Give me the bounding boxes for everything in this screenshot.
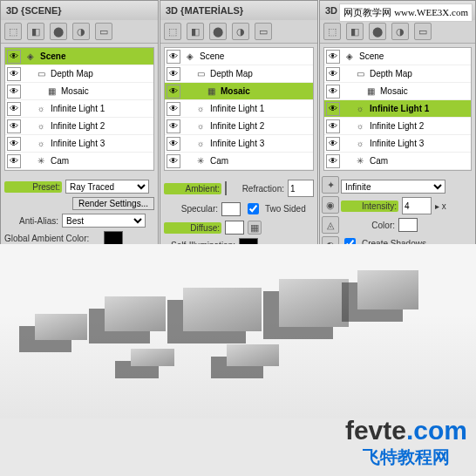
tree-row[interactable]: 👁✳Cam xyxy=(165,153,313,170)
intensity-slider-icon[interactable]: ▸ x xyxy=(435,201,446,211)
filter-icon[interactable]: ⬚ xyxy=(164,23,181,40)
filter-icon[interactable]: ⬚ xyxy=(4,23,22,40)
item-label: Cam xyxy=(51,156,69,166)
tree-row[interactable]: 👁☼Infinite Light 3 xyxy=(5,135,153,153)
twosided-label: Two Sided xyxy=(265,204,306,214)
visibility-icon[interactable]: 👁 xyxy=(326,85,340,99)
visibility-icon[interactable]: 👁 xyxy=(326,67,340,81)
mesh-icon[interactable]: ◧ xyxy=(27,23,44,40)
mesh-icon[interactable]: ◧ xyxy=(187,23,204,40)
tree-row[interactable]: 👁▭Depth Map xyxy=(165,65,313,83)
point-light-icon[interactable]: ◉ xyxy=(322,196,339,214)
visibility-icon[interactable]: 👁 xyxy=(167,50,180,64)
item-icon: ☼ xyxy=(354,103,366,115)
camera-icon[interactable]: ▭ xyxy=(95,23,112,40)
item-label: Depth Map xyxy=(370,69,412,78)
tree-row[interactable]: 👁✳Cam xyxy=(5,153,153,170)
intensity-label: Intensity: xyxy=(341,201,398,212)
gac-swatch[interactable] xyxy=(104,231,123,245)
material-icon[interactable]: ⬤ xyxy=(369,23,386,40)
tree-row[interactable]: 👁◈Scene xyxy=(5,48,153,65)
tree-row[interactable]: 👁☼Infinite Light 2 xyxy=(324,118,471,135)
material-icon[interactable]: ⬤ xyxy=(50,23,67,40)
materials-title: 3D {MATERİALS} xyxy=(160,1,317,20)
ambient-swatch[interactable] xyxy=(225,181,227,195)
tree-row[interactable]: 👁☼Infinite Light 1 xyxy=(165,100,313,118)
render-settings-button[interactable]: Render Settings... xyxy=(72,197,154,210)
diffuse-map-icon[interactable]: ▦ xyxy=(248,221,262,235)
visibility-icon[interactable]: 👁 xyxy=(7,85,21,99)
visibility-icon[interactable]: 👁 xyxy=(7,137,21,151)
camera-icon[interactable]: ▭ xyxy=(255,23,272,40)
scene-toolbar: ⬚ ◧ ⬤ ◑ ▭ xyxy=(1,20,158,44)
render-viewport xyxy=(0,244,476,418)
visibility-icon[interactable]: 👁 xyxy=(167,119,180,133)
item-icon: ☼ xyxy=(35,103,47,115)
light-icon[interactable]: ◑ xyxy=(72,23,90,40)
refraction-input[interactable] xyxy=(288,180,314,197)
tree-row[interactable]: 👁▭Depth Map xyxy=(5,65,153,83)
visibility-icon[interactable]: 👁 xyxy=(7,67,21,81)
tree-row[interactable]: 👁☼Infinite Light 3 xyxy=(324,135,471,153)
visibility-icon[interactable]: 👁 xyxy=(167,102,180,116)
light-color-swatch[interactable] xyxy=(398,218,418,232)
item-icon: ◈ xyxy=(24,51,37,63)
tree-row[interactable]: 👁☼Infinite Light 1 xyxy=(5,100,153,118)
materials-toolbar: ⬚ ◧ ⬤ ◑ ▭ xyxy=(160,20,317,44)
visibility-icon[interactable]: 👁 xyxy=(326,154,340,168)
specular-swatch[interactable] xyxy=(221,202,241,216)
item-icon: ☼ xyxy=(194,138,207,150)
twosided-checkbox[interactable] xyxy=(248,203,259,214)
item-icon: ◈ xyxy=(184,51,196,63)
item-icon: ☼ xyxy=(194,103,207,115)
preset-select[interactable]: Ray Traced xyxy=(65,180,149,194)
antialias-select[interactable]: Best xyxy=(62,214,146,228)
tree-row[interactable]: 👁◈Scene xyxy=(324,48,471,65)
item-label: Scene xyxy=(40,51,65,61)
diffuse-swatch[interactable] xyxy=(225,221,244,235)
item-label: Infinite Light 1 xyxy=(210,104,264,113)
visibility-icon[interactable]: 👁 xyxy=(7,119,21,133)
tree-row[interactable]: 👁▦Mosaic xyxy=(5,83,153,100)
visibility-icon[interactable]: 👁 xyxy=(326,119,340,133)
lights-tree: 👁◈Scene👁▭Depth Map👁▦Mosaic👁☼Infinite Lig… xyxy=(323,47,472,171)
mesh-icon[interactable]: ◧ xyxy=(346,23,364,40)
tree-row[interactable]: 👁◈Scene xyxy=(165,48,313,65)
intensity-input[interactable] xyxy=(402,197,432,214)
tree-row[interactable]: 👁▭Depth Map xyxy=(324,65,471,83)
light-icon[interactable]: ◑ xyxy=(391,23,409,40)
tree-row[interactable]: 👁▦Mosaic xyxy=(165,83,313,100)
light-type-select[interactable]: Infinite xyxy=(341,180,445,194)
spot-light-icon[interactable]: ◬ xyxy=(322,216,339,234)
light-icon[interactable]: ◑ xyxy=(232,23,249,40)
tree-row[interactable]: 👁☼Infinite Light 2 xyxy=(165,118,313,135)
visibility-icon[interactable]: 👁 xyxy=(7,102,21,116)
camera-icon[interactable]: ▭ xyxy=(414,23,432,40)
filter-icon[interactable]: ⬚ xyxy=(323,23,341,40)
visibility-icon[interactable]: 👁 xyxy=(326,102,340,116)
item-label: Mosaic xyxy=(221,86,250,96)
visibility-icon[interactable]: 👁 xyxy=(326,50,340,64)
visibility-icon[interactable]: 👁 xyxy=(7,154,21,168)
light-tool-sidebar: ✦ ◉ ◬ ◐ xyxy=(322,176,339,254)
visibility-icon[interactable]: 👁 xyxy=(326,137,340,151)
tree-row[interactable]: 👁☼Infinite Light 1 xyxy=(324,100,471,118)
material-icon[interactable]: ⬤ xyxy=(209,23,227,40)
item-label: Scene xyxy=(359,51,384,61)
item-icon: ▭ xyxy=(194,68,207,80)
visibility-icon[interactable]: 👁 xyxy=(7,50,21,64)
new-light-icon[interactable]: ✦ xyxy=(322,176,339,194)
visibility-icon[interactable]: 👁 xyxy=(167,154,180,168)
item-icon: ◈ xyxy=(343,51,356,63)
tree-row[interactable]: 👁☼Infinite Light 3 xyxy=(165,135,313,153)
scene-title: 3D {SCENE} xyxy=(1,1,158,20)
tree-row[interactable]: 👁✳Cam xyxy=(324,153,471,170)
visibility-icon[interactable]: 👁 xyxy=(167,85,180,99)
tree-row[interactable]: 👁☼Infinite Light 2 xyxy=(5,118,153,135)
item-label: Depth Map xyxy=(210,69,253,78)
visibility-icon[interactable]: 👁 xyxy=(167,137,180,151)
visibility-icon[interactable]: 👁 xyxy=(167,67,180,81)
item-icon: ☼ xyxy=(354,120,366,133)
tree-row[interactable]: 👁▦Mosaic xyxy=(324,83,471,100)
logo-text-1: fevte xyxy=(345,416,406,445)
